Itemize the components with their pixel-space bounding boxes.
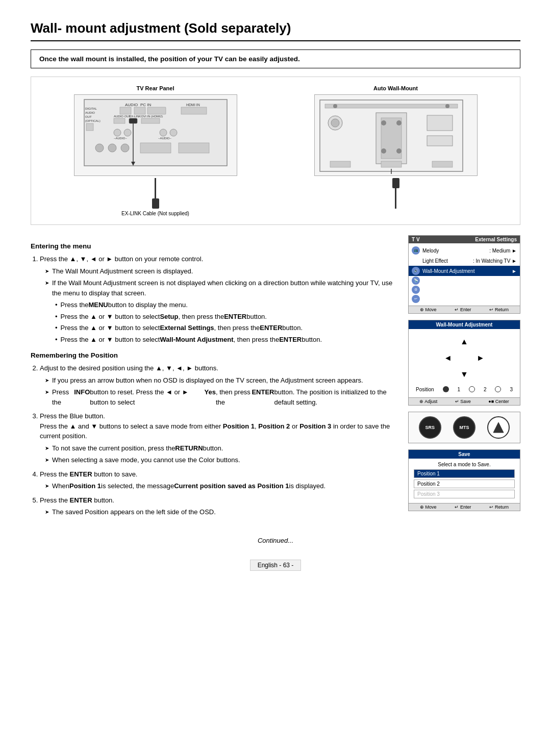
step-3: Press the Blue button. Press the ▲ and ▼…: [40, 411, 398, 465]
main-list: Press the ▲, ▼, ◄ or ► button on your re…: [31, 254, 398, 344]
buttons-panel: SRS MTS: [408, 412, 520, 443]
tv-rear-panel-img: PC IN AUDIO HDMI IN DIGITAL AUDIO OUT: [74, 94, 237, 176]
position-label: Position: [416, 387, 434, 392]
svg-point-34: [333, 104, 337, 108]
adj-save: ↵ Save: [455, 399, 471, 404]
dot-3: Press the ▲ or ▼ button to select Extern…: [45, 323, 398, 333]
save-option-2: Position 2: [414, 480, 515, 488]
save-panel: Save Select a mode to Save. Position 1 P…: [408, 449, 520, 511]
tv-menu-row-5: ⚙: [409, 285, 520, 294]
svg-rect-7: [181, 107, 207, 114]
tv-rear-label: TV Rear Panel: [137, 85, 174, 91]
continued-text: Continued...: [31, 537, 520, 544]
step-2: Adjust to the desired position using the…: [40, 363, 398, 407]
svg-point-35: [445, 104, 449, 108]
svg-point-26: [108, 144, 116, 152]
wall-mount-section: Auto Wall-Mount: [280, 85, 512, 216]
wall-adj-header: Wall-Mount Adjustment: [409, 320, 520, 329]
diagram-area: TV Rear Panel PC IN AUDIO HDMI IN: [39, 85, 512, 216]
intro-box: Once the wall mount is installed, the po…: [31, 49, 520, 68]
tv-menu-row-4: 📡: [409, 276, 520, 285]
srs-button: SRS: [419, 416, 441, 439]
step4-text: Press the ENTER button to save.: [40, 470, 138, 478]
empty-cell-tl: [440, 334, 456, 349]
empty-cell-tr: [473, 334, 488, 349]
tv-menu-header: T V External Settings: [409, 236, 520, 243]
wall-mount-label: Auto Wall-Mount: [373, 85, 418, 91]
svg-text:AUDIO: AUDIO: [85, 111, 95, 114]
row-wall-label: Wall-Mount Adjustment: [422, 268, 512, 274]
svg-rect-16: [129, 118, 137, 123]
tv-menu-ext-label: External Settings: [475, 237, 517, 242]
save-option-3: Position 3: [414, 490, 515, 498]
dot-1: Press the MENU button to display the men…: [45, 300, 398, 310]
wall-adj-footer: ⊕ Adjust ↵ Save ●■ Center: [409, 397, 520, 405]
main-list-2: Adjust to the desired position using the…: [31, 363, 398, 517]
section1-heading: Entering the menu: [31, 242, 398, 250]
svg-text:PC IN: PC IN: [140, 103, 152, 107]
main-text: Entering the menu Press the ▲, ▼, ◄ or ►…: [31, 235, 398, 521]
svg-point-43: [396, 148, 402, 154]
svg-point-41: [396, 120, 402, 125]
svg-rect-46: [330, 161, 350, 167]
ch-icon: 📡: [412, 276, 420, 285]
svg-text:EX-LINK: EX-LINK: [129, 115, 141, 118]
wall-mount-img: [314, 94, 478, 176]
tv-menu-row-1: 📺 Melody : Medium ►: [409, 245, 520, 256]
sub-list-1: Press the MENU button to display the men…: [40, 300, 398, 344]
content-area: Entering the menu Press the ▲, ▼, ◄ or ►…: [31, 235, 520, 521]
pos-dot-1: [443, 386, 449, 392]
svg-text:DVI IN (HDMI2): DVI IN (HDMI2): [141, 115, 163, 118]
svg-rect-4: [134, 107, 145, 114]
bullet-3-2: When selecting a save mode, you cannot u…: [40, 455, 398, 465]
diagram-box: TV Rear Panel PC IN AUDIO HDMI IN: [31, 77, 520, 225]
svg-point-20: [124, 129, 131, 136]
save-enter: ↵ Enter: [455, 505, 471, 510]
side-panels: T V External Settings 📺 Melody : Medium …: [408, 235, 520, 521]
center-cell: [457, 350, 472, 366]
page-title: Wall- mount adjustment (Sold separately): [31, 20, 520, 41]
step2-text: Adjust to the desired position using the…: [40, 364, 218, 372]
svg-text:~AUDIO~: ~AUDIO~: [114, 137, 128, 140]
cable-label: EX-LINK Cable (Not supplied): [121, 211, 189, 216]
footer-move: ⊕ Move: [420, 307, 437, 312]
svg-text:~AUDIO~: ~AUDIO~: [158, 137, 172, 140]
snd-icon: 🔊: [412, 267, 420, 275]
adj-adjust: ⊕ Adjust: [419, 399, 437, 404]
svg-point-40: [381, 120, 386, 125]
bullet-2-1: If you press an arrow button when no OSD…: [40, 375, 398, 386]
footer-page-num: - 63 -: [279, 562, 293, 569]
svg-rect-28: [140, 143, 171, 153]
svg-text:AUDIO OUT: AUDIO OUT: [114, 115, 131, 118]
arrow-cross: ▲ ◄ ► ▼: [440, 334, 488, 382]
step3a-text: Press the Blue button.: [40, 412, 105, 420]
mts-button: MTS: [453, 416, 475, 439]
cable-connector-right: [392, 178, 399, 209]
save-option-1: Position 1: [414, 469, 515, 478]
step1-text: Press the ▲, ▼, ◄ or ► button on your re…: [40, 255, 203, 263]
tv-menu-row-3-highlighted: 🔊 Wall-Mount Adjustment ►: [409, 266, 520, 276]
bullet-5-1: The saved Position appears on the left s…: [40, 507, 398, 517]
right-arrow: ►: [473, 350, 488, 366]
footer-wrap: English - 63 -: [31, 549, 520, 571]
bullet-4-1: When Position 1 is selected, the message…: [40, 481, 398, 491]
step3b-text: Press the ▲ and ▼ buttons to select a sa…: [40, 422, 390, 440]
up-arrow: ▲: [457, 334, 472, 349]
step-1: Press the ▲, ▼, ◄ or ► button on your re…: [40, 254, 398, 344]
svg-rect-45: [427, 136, 453, 146]
step5-text: Press the ENTER button.: [40, 496, 114, 504]
down-arrow: ▼: [457, 367, 472, 382]
pos-dot-3: [495, 386, 501, 392]
save-prompt: Select a mode to Save.: [414, 462, 515, 467]
svg-text:OUT: OUT: [85, 115, 92, 118]
tv-menu-body: 📺 Melody : Medium ► Light Effect : In Wa…: [409, 243, 520, 306]
step-5: Press the ENTER button. The saved Positi…: [40, 495, 398, 517]
wall-adj-panel: Wall-Mount Adjustment ▲ ◄ ► ▼ Position 1: [408, 320, 520, 406]
pos-num-1: 1: [457, 387, 460, 392]
footer-enter: ↵ Enter: [455, 307, 471, 312]
bullet-2-2: Press the INFO button to reset. Press th…: [40, 387, 398, 407]
tv-rear-panel-section: TV Rear Panel PC IN AUDIO HDMI IN: [39, 85, 271, 216]
empty-cell-bl: [440, 367, 456, 382]
svg-point-25: [95, 144, 104, 152]
save-header: Save: [409, 450, 520, 459]
